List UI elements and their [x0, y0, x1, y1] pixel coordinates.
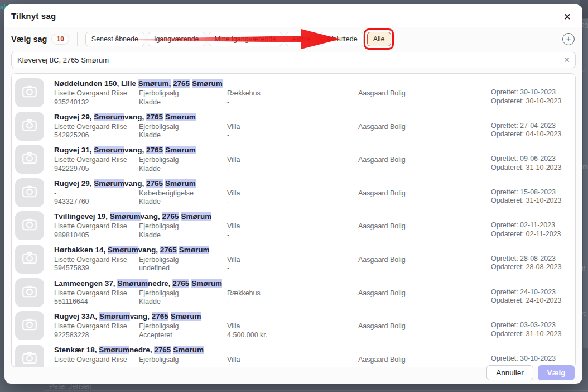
filter-bar: Vælg sag 10 Senest åbnedeIgangværendeMin… [11, 31, 576, 47]
camera-icon [21, 216, 38, 235]
updated-date: Opdateret: 04-10-2023 [491, 130, 561, 139]
case-type: Ejerboligsalg [139, 356, 179, 365]
cancel-button[interactable]: Annuller [486, 365, 533, 380]
add-case-button[interactable]: + [562, 33, 575, 45]
case-price: - [227, 198, 240, 207]
case-list-item[interactable]: Tvillingevej 19, Smørumvang, 2765 Smørum… [15, 209, 575, 243]
created-date: Oprettet: 03-03-2023 [491, 321, 561, 330]
created-date: Oprettet: 28-08-2023 [491, 255, 561, 264]
filter-tab-0[interactable]: Senest åbnede [85, 32, 144, 46]
case-number: 542925206 [54, 131, 127, 140]
clear-search-icon[interactable]: ✕ [563, 55, 570, 64]
case-list-item[interactable]: Stenkær 18, Smørumnedre, 2765 Smørum Lis… [15, 343, 575, 367]
case-address: Stenkær 18, Smørumnedre, 2765 Smørum [54, 346, 204, 354]
updated-date: Opdateret: 31-10-2023 [491, 330, 561, 339]
created-date: Oprettet: 09-06-2023 [491, 155, 561, 164]
created-date: Oprettet: 15-08-2023 [491, 188, 561, 197]
case-address: Rugvej 33A, Smørumvang, 2765 Smørum [54, 312, 201, 321]
photo-placeholder [15, 178, 44, 207]
select-button[interactable]: Vælg [538, 365, 575, 380]
tab-label: Aktive [292, 35, 311, 43]
case-company: Aasgaard Bolig [358, 189, 406, 198]
case-list-item[interactable]: Rugvej 33A, Smørumvang, 2765 Smørum Lise… [15, 309, 575, 343]
case-address: Nøddelunden 150, Lille Smørum, 2765 Smør… [54, 79, 223, 88]
camera-icon [21, 350, 38, 367]
property-type: Villa [227, 189, 240, 198]
updated-date: Opdateret: 24-10-2023 [491, 297, 561, 305]
case-type: Ejerboligsalg [139, 289, 179, 298]
photo-placeholder [15, 78, 44, 107]
tilknyt-sag-modal: Tilknyt sag ✕ Vælg sag 10 Senest åbnedeI… [4, 4, 582, 384]
case-type: Ejerboligsalg [139, 123, 179, 132]
case-status: Accepteret [139, 331, 179, 340]
tab-label: Afsluttede [326, 35, 358, 43]
property-type: Villa [227, 322, 267, 331]
case-agent: - [54, 189, 89, 198]
search-bar: ✕ [11, 52, 576, 68]
search-input[interactable] [11, 52, 576, 68]
tab-label: Mine igangværende [215, 35, 277, 43]
case-list-item[interactable]: Rugvej 31, Smørumvang, 2765 Smørum Liset… [15, 143, 575, 176]
created-date: Oprettet: 02-11-2023 [491, 221, 561, 230]
tab-label: Senest åbnede [91, 35, 138, 43]
case-status: Kladde [139, 298, 179, 307]
case-price: - [227, 165, 240, 174]
case-company: Aasgaard Bolig [358, 256, 406, 265]
case-type: Køberberigtigelse [139, 189, 194, 198]
camera-icon [21, 250, 38, 269]
case-list-item[interactable]: Lammeengen 37, Smørumnedre, 2765 Smørum … [15, 276, 575, 310]
plus-icon: + [566, 34, 571, 44]
photo-placeholder [15, 145, 44, 174]
filter-tab-3[interactable]: Aktive [286, 32, 317, 46]
case-agent: Lisette Overgaard Riise [54, 356, 127, 365]
case-number: 551116644 [54, 298, 127, 307]
case-type: Ejerboligsalg [139, 222, 179, 231]
case-address: Hørbakken 14, Smørumvang, 2765 Smørum [54, 246, 209, 254]
photo-placeholder [15, 112, 44, 141]
created-date: Oprettet: 30-10-2023 [491, 88, 561, 97]
photo-placeholder [15, 345, 44, 367]
case-number: 989810405 [54, 231, 127, 240]
case-list-item[interactable]: Rugvej 29, Smørumvang, 2765 Smørum - 943… [15, 176, 575, 210]
case-list-item[interactable]: Nøddelunden 150, Lille Smørum, 2765 Smør… [15, 77, 575, 110]
case-agent: Lisette Overgaard Riise [54, 256, 127, 265]
case-price: 4.500.000 kr. [227, 331, 267, 340]
case-status: Kladde [139, 231, 179, 240]
photo-placeholder [15, 278, 44, 307]
case-number: 943327760 [54, 198, 89, 207]
modal-footer: Annuller Vælg [486, 365, 575, 380]
photo-placeholder [15, 245, 44, 274]
modal-header: Tilknyt sag ✕ [4, 4, 582, 27]
camera-icon [21, 83, 38, 102]
property-type: Villa [227, 256, 240, 265]
filter-tab-5[interactable]: Alle [367, 32, 391, 46]
case-address: Lammeengen 37, Smørumnedre, 2765 Smørum [54, 279, 222, 288]
case-address: Rugvej 29, Smørumvang, 2765 Smørum [54, 179, 196, 188]
camera-icon [21, 117, 38, 136]
case-status: Kladde [139, 198, 194, 207]
filter-tab-1[interactable]: Igangværende [148, 32, 205, 46]
updated-date: Opdateret: 30-10-2023 [491, 97, 561, 106]
case-number: 594575839 [54, 264, 127, 273]
tab-label: Igangværende [154, 35, 199, 43]
case-list-item[interactable]: Rugvej 29, Smørumvang, 2765 Smørum Liset… [15, 110, 575, 144]
case-list-item[interactable]: Hørbakken 14, Smørumvang, 2765 Smørum Li… [15, 243, 575, 276]
case-price: - [227, 264, 240, 273]
property-type: Villa [227, 123, 240, 132]
case-type: Ejerboligsalg [139, 256, 179, 265]
camera-icon [21, 283, 38, 302]
backdrop-divider [44, 390, 588, 391]
filter-tab-2[interactable]: Mine igangværende [209, 32, 283, 46]
case-type: Ejerboligsalg [139, 89, 179, 98]
case-address: Tvillingevej 19, Smørumvang, 2765 Smørum [54, 212, 211, 221]
tab-label: Alle [373, 35, 385, 43]
case-list: Nøddelunden 150, Lille Smørum, 2765 Smør… [11, 73, 576, 367]
backdrop-scrollbar-strip [583, 19, 588, 348]
case-company: Aasgaard Bolig [358, 156, 406, 165]
close-icon[interactable]: ✕ [561, 11, 573, 23]
filter-tab-4[interactable]: Afsluttede [320, 32, 364, 46]
case-price: - [227, 298, 261, 307]
updated-date: Opdateret: 31-10-2023 [491, 164, 561, 173]
case-status: Kladde [139, 131, 179, 140]
case-price: - [227, 131, 240, 140]
